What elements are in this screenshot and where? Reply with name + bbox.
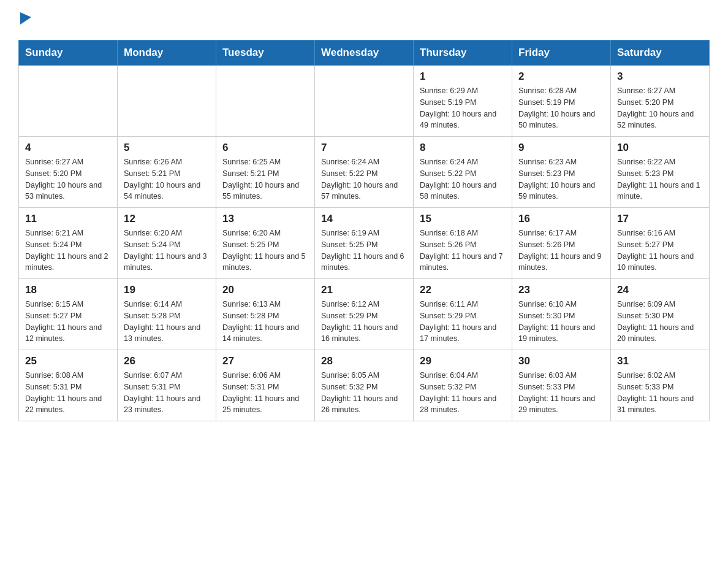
logo-triangle-icon [20, 12, 31, 26]
day-number: 4 [25, 142, 111, 154]
calendar-cell: 10Sunrise: 6:22 AM Sunset: 5:23 PM Dayli… [611, 137, 710, 208]
day-info: Sunrise: 6:27 AM Sunset: 5:20 PM Dayligh… [25, 156, 111, 202]
calendar-cell: 6Sunrise: 6:25 AM Sunset: 5:21 PM Daylig… [216, 137, 315, 208]
calendar-cell: 5Sunrise: 6:26 AM Sunset: 5:21 PM Daylig… [118, 137, 216, 208]
day-info: Sunrise: 6:07 AM Sunset: 5:31 PM Dayligh… [124, 370, 210, 416]
weekday-header-monday: Monday [118, 40, 216, 66]
day-info: Sunrise: 6:25 AM Sunset: 5:21 PM Dayligh… [222, 156, 308, 202]
day-info: Sunrise: 6:06 AM Sunset: 5:31 PM Dayligh… [222, 370, 308, 416]
day-number: 3 [617, 71, 703, 83]
weekday-header-sunday: Sunday [19, 40, 118, 66]
calendar-table: SundayMondayTuesdayWednesdayThursdayFrid… [18, 40, 710, 421]
day-number: 31 [617, 355, 703, 367]
calendar-cell: 9Sunrise: 6:23 AM Sunset: 5:23 PM Daylig… [512, 137, 611, 208]
day-info: Sunrise: 6:17 AM Sunset: 5:26 PM Dayligh… [518, 228, 604, 274]
day-number: 14 [321, 213, 407, 225]
day-number: 11 [25, 213, 111, 225]
calendar-cell: 14Sunrise: 6:19 AM Sunset: 5:25 PM Dayli… [315, 208, 414, 279]
weekday-header-wednesday: Wednesday [315, 40, 414, 66]
calendar-cell: 19Sunrise: 6:14 AM Sunset: 5:28 PM Dayli… [118, 279, 216, 350]
day-info: Sunrise: 6:26 AM Sunset: 5:21 PM Dayligh… [124, 156, 210, 202]
calendar-cell: 2Sunrise: 6:28 AM Sunset: 5:19 PM Daylig… [512, 66, 611, 137]
day-info: Sunrise: 6:05 AM Sunset: 5:32 PM Dayligh… [321, 370, 407, 416]
day-number: 29 [420, 355, 506, 367]
calendar-cell: 1Sunrise: 6:29 AM Sunset: 5:19 PM Daylig… [414, 66, 512, 137]
calendar-header-row: SundayMondayTuesdayWednesdayThursdayFrid… [19, 40, 710, 66]
calendar-cell: 13Sunrise: 6:20 AM Sunset: 5:25 PM Dayli… [216, 208, 315, 279]
weekday-header-thursday: Thursday [414, 40, 512, 66]
calendar-cell: 11Sunrise: 6:21 AM Sunset: 5:24 PM Dayli… [19, 208, 118, 279]
calendar-cell: 21Sunrise: 6:12 AM Sunset: 5:29 PM Dayli… [315, 279, 414, 350]
day-info: Sunrise: 6:02 AM Sunset: 5:33 PM Dayligh… [617, 370, 703, 416]
day-info: Sunrise: 6:14 AM Sunset: 5:28 PM Dayligh… [124, 299, 210, 345]
day-info: Sunrise: 6:29 AM Sunset: 5:19 PM Dayligh… [420, 85, 506, 131]
calendar-cell: 30Sunrise: 6:03 AM Sunset: 5:33 PM Dayli… [512, 350, 611, 421]
calendar-cell: 24Sunrise: 6:09 AM Sunset: 5:30 PM Dayli… [611, 279, 710, 350]
calendar-week-row: 1Sunrise: 6:29 AM Sunset: 5:19 PM Daylig… [19, 66, 710, 137]
calendar-cell [216, 66, 315, 137]
calendar-cell: 29Sunrise: 6:04 AM Sunset: 5:32 PM Dayli… [414, 350, 512, 421]
day-info: Sunrise: 6:09 AM Sunset: 5:30 PM Dayligh… [617, 299, 703, 345]
calendar-week-row: 25Sunrise: 6:08 AM Sunset: 5:31 PM Dayli… [19, 350, 710, 421]
calendar-cell [19, 66, 118, 137]
day-number: 30 [518, 355, 604, 367]
day-info: Sunrise: 6:15 AM Sunset: 5:27 PM Dayligh… [25, 299, 111, 345]
day-number: 26 [124, 355, 210, 367]
day-number: 9 [518, 142, 604, 154]
day-number: 10 [617, 142, 703, 154]
day-number: 18 [25, 284, 111, 296]
svg-marker-0 [20, 12, 31, 25]
day-number: 6 [222, 142, 308, 154]
day-info: Sunrise: 6:04 AM Sunset: 5:32 PM Dayligh… [420, 370, 506, 416]
day-info: Sunrise: 6:21 AM Sunset: 5:24 PM Dayligh… [25, 228, 111, 274]
day-number: 7 [321, 142, 407, 154]
day-number: 20 [222, 284, 308, 296]
day-number: 28 [321, 355, 407, 367]
day-number: 23 [518, 284, 604, 296]
logo [18, 12, 31, 28]
day-number: 1 [420, 71, 506, 83]
day-info: Sunrise: 6:19 AM Sunset: 5:25 PM Dayligh… [321, 228, 407, 274]
day-number: 27 [222, 355, 308, 367]
calendar-week-row: 18Sunrise: 6:15 AM Sunset: 5:27 PM Dayli… [19, 279, 710, 350]
calendar-cell [118, 66, 216, 137]
day-info: Sunrise: 6:20 AM Sunset: 5:25 PM Dayligh… [222, 228, 308, 274]
day-number: 16 [518, 213, 604, 225]
calendar-cell: 22Sunrise: 6:11 AM Sunset: 5:29 PM Dayli… [414, 279, 512, 350]
calendar-cell: 7Sunrise: 6:24 AM Sunset: 5:22 PM Daylig… [315, 137, 414, 208]
day-info: Sunrise: 6:28 AM Sunset: 5:19 PM Dayligh… [518, 85, 604, 131]
calendar-cell: 20Sunrise: 6:13 AM Sunset: 5:28 PM Dayli… [216, 279, 315, 350]
day-number: 5 [124, 142, 210, 154]
day-number: 17 [617, 213, 703, 225]
calendar-cell: 18Sunrise: 6:15 AM Sunset: 5:27 PM Dayli… [19, 279, 118, 350]
day-info: Sunrise: 6:24 AM Sunset: 5:22 PM Dayligh… [420, 156, 506, 202]
calendar-cell: 3Sunrise: 6:27 AM Sunset: 5:20 PM Daylig… [611, 66, 710, 137]
day-number: 2 [518, 71, 604, 83]
calendar-cell: 4Sunrise: 6:27 AM Sunset: 5:20 PM Daylig… [19, 137, 118, 208]
calendar-cell: 12Sunrise: 6:20 AM Sunset: 5:24 PM Dayli… [118, 208, 216, 279]
day-info: Sunrise: 6:18 AM Sunset: 5:26 PM Dayligh… [420, 228, 506, 274]
page-header [18, 12, 710, 28]
day-number: 8 [420, 142, 506, 154]
day-number: 22 [420, 284, 506, 296]
calendar-week-row: 11Sunrise: 6:21 AM Sunset: 5:24 PM Dayli… [19, 208, 710, 279]
day-info: Sunrise: 6:10 AM Sunset: 5:30 PM Dayligh… [518, 299, 604, 345]
day-info: Sunrise: 6:16 AM Sunset: 5:27 PM Dayligh… [617, 228, 703, 274]
calendar-cell [315, 66, 414, 137]
calendar-cell: 26Sunrise: 6:07 AM Sunset: 5:31 PM Dayli… [118, 350, 216, 421]
day-info: Sunrise: 6:20 AM Sunset: 5:24 PM Dayligh… [124, 228, 210, 274]
day-number: 24 [617, 284, 703, 296]
calendar-cell: 31Sunrise: 6:02 AM Sunset: 5:33 PM Dayli… [611, 350, 710, 421]
day-number: 25 [25, 355, 111, 367]
calendar-cell: 16Sunrise: 6:17 AM Sunset: 5:26 PM Dayli… [512, 208, 611, 279]
day-info: Sunrise: 6:08 AM Sunset: 5:31 PM Dayligh… [25, 370, 111, 416]
day-info: Sunrise: 6:22 AM Sunset: 5:23 PM Dayligh… [617, 156, 703, 202]
weekday-header-saturday: Saturday [611, 40, 710, 66]
weekday-header-tuesday: Tuesday [216, 40, 315, 66]
day-number: 13 [222, 213, 308, 225]
day-info: Sunrise: 6:27 AM Sunset: 5:20 PM Dayligh… [617, 85, 703, 131]
calendar-cell: 8Sunrise: 6:24 AM Sunset: 5:22 PM Daylig… [414, 137, 512, 208]
day-info: Sunrise: 6:24 AM Sunset: 5:22 PM Dayligh… [321, 156, 407, 202]
weekday-header-friday: Friday [512, 40, 611, 66]
calendar-cell: 27Sunrise: 6:06 AM Sunset: 5:31 PM Dayli… [216, 350, 315, 421]
